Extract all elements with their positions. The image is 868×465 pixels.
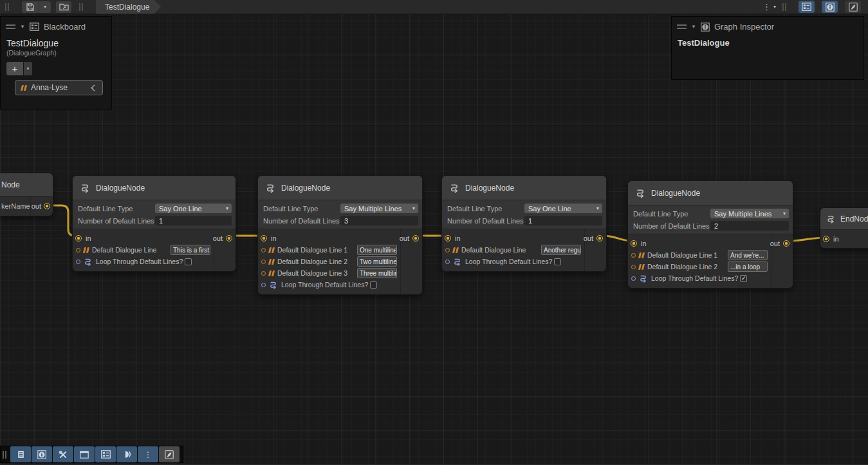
out-port[interactable] — [596, 235, 603, 242]
in-port-label: in — [86, 234, 91, 242]
bottom-toolbar: ⋮ — [0, 446, 183, 463]
open-asset-button[interactable] — [56, 1, 71, 13]
string-port[interactable] — [631, 265, 636, 269]
console-toggle-button[interactable] — [10, 446, 31, 462]
blackboard-toggle-button[interactable] — [95, 446, 116, 462]
dialogue-node-1[interactable]: DialogueNode Default Line Type Say One L… — [72, 175, 236, 272]
line-count-field[interactable]: 2 — [710, 221, 789, 231]
line-type-dropdown[interactable]: Say One Line ▾ — [524, 204, 602, 213]
tools-icon — [59, 450, 68, 459]
in-port[interactable] — [75, 235, 82, 242]
dialogue-node-3[interactable]: DialogueNode Default Line Type Say One L… — [441, 175, 607, 272]
in-port[interactable] — [445, 235, 451, 242]
blackboard-toggle-button[interactable] — [799, 1, 815, 13]
inspector-toggle-button[interactable] — [32, 446, 52, 462]
in-port[interactable] — [261, 235, 267, 242]
dialogue-line-field[interactable]: This is a first — [171, 245, 210, 255]
node-icon — [826, 214, 836, 224]
more-options-button[interactable]: ⋮ — [138, 446, 158, 462]
kebab-icon[interactable]: ⋮ — [762, 2, 771, 12]
out-port[interactable] — [783, 240, 790, 247]
out-port-label: out — [213, 234, 223, 242]
line-count-field[interactable]: 1 — [155, 216, 232, 225]
prop-label: Number of Default Lines — [78, 217, 155, 225]
inspector-drag-handle[interactable] — [677, 24, 687, 29]
save-options-button[interactable]: ▾ — [39, 1, 51, 13]
out-port[interactable] — [44, 203, 50, 209]
out-port[interactable] — [226, 235, 232, 242]
save-icon — [26, 3, 35, 12]
loop-checkbox[interactable] — [370, 281, 377, 289]
loop-checkbox[interactable] — [554, 258, 561, 265]
bool-port[interactable] — [445, 260, 450, 264]
graph-inspector-toggle-button[interactable] — [822, 1, 838, 13]
field-value: 1 — [159, 217, 163, 225]
add-property-options-button[interactable]: ▾ — [24, 62, 32, 75]
bool-port[interactable] — [76, 260, 80, 264]
dialogue-line-field[interactable]: Two multiline — [357, 256, 397, 267]
bottom-toolbar-drag-handle[interactable] — [3, 451, 6, 459]
out-port[interactable] — [412, 235, 419, 242]
in-port[interactable] — [631, 240, 637, 247]
graph-canvas[interactable]: ▾ TestDialogue ⋮ ▾ ▼ — [0, 0, 868, 465]
collapse-triangle-icon[interactable]: ▼ — [20, 24, 25, 30]
line-count-field[interactable]: 1 — [524, 216, 602, 225]
breadcrumb-tab-label: TestDialogue — [105, 3, 149, 12]
string-port[interactable] — [261, 248, 266, 252]
breadcrumb-tab[interactable]: TestDialogue — [96, 0, 161, 14]
field-value: This is a first — [173, 247, 209, 254]
dialogue-line-field[interactable]: One multiline — [357, 245, 397, 255]
chevron-down-icon[interactable]: ▾ — [773, 5, 776, 10]
quote-icon — [269, 259, 274, 265]
live-preview-toggle-button[interactable] — [845, 1, 861, 13]
top-toolbar: ▾ TestDialogue ⋮ ▾ — [0, 0, 868, 14]
dialogue-line-field[interactable]: And we're... — [728, 250, 768, 260]
dialogue-preview-toggle-button[interactable] — [116, 446, 137, 462]
save-button[interactable] — [22, 1, 39, 13]
loop-checkbox[interactable] — [185, 258, 192, 265]
dialogue-node-4[interactable]: DialogueNode Default Line Type Say Multi… — [627, 180, 793, 289]
info-icon — [701, 23, 710, 32]
string-port[interactable] — [76, 248, 80, 252]
tools-toggle-button[interactable] — [53, 446, 73, 462]
string-port[interactable] — [631, 253, 636, 258]
document-lines-icon — [17, 450, 25, 459]
bool-port[interactable] — [261, 283, 266, 287]
line-type-dropdown[interactable]: Say One Line ▾ — [155, 204, 232, 213]
dialogue-line-field[interactable]: Three multilin — [357, 268, 397, 278]
add-property-button[interactable]: + — [6, 62, 23, 75]
prop-label: Default Line Type — [263, 205, 340, 213]
speaker-node[interactable]: Node kerName out — [0, 173, 53, 216]
string-port[interactable] — [445, 248, 450, 252]
collapse-triangle-icon[interactable]: ▼ — [691, 24, 696, 30]
chevron-left-icon[interactable] — [91, 84, 98, 91]
field-value: 2 — [714, 222, 718, 230]
live-preview-button[interactable] — [159, 446, 180, 462]
dialogue-line-field[interactable]: Another regu — [541, 245, 581, 255]
window-toggle-button[interactable] — [74, 446, 95, 462]
dialogue-node-2[interactable]: DialogueNode Default Line Type Say Multi… — [257, 175, 423, 295]
bool-port[interactable] — [631, 276, 636, 281]
in-port-label: in — [833, 235, 839, 243]
string-port[interactable] — [261, 271, 266, 276]
field-value: One multiline — [360, 247, 397, 254]
in-port[interactable] — [823, 236, 829, 242]
string-port[interactable] — [261, 260, 266, 264]
feather-icon — [849, 3, 858, 12]
chevron-down-icon: ▾ — [44, 5, 46, 10]
end-node[interactable]: EndNode in — [820, 207, 868, 249]
loop-checkbox[interactable]: ✓ — [740, 275, 747, 282]
toolbar-drag-handle[interactable] — [5, 3, 9, 11]
field-value: ...in a loop — [730, 263, 760, 270]
node-icon — [79, 182, 91, 194]
line-type-dropdown[interactable]: Say Multiple Lines ▾ — [710, 209, 789, 218]
node-icon — [264, 182, 276, 194]
port-label: Loop Through Default Lines? — [465, 258, 552, 265]
line-count-field[interactable]: 3 — [340, 216, 418, 225]
line-type-dropdown[interactable]: Say Multiple Lines ▾ — [340, 204, 418, 213]
blackboard-field-anna-lyse[interactable]: Anna-Lyse — [15, 80, 103, 95]
blackboard-drag-handle[interactable] — [6, 24, 15, 29]
kebab-icon: ⋮ — [144, 450, 152, 459]
chevron-down-icon: ▾ — [783, 211, 786, 216]
dialogue-line-field[interactable]: ...in a loop — [728, 261, 768, 272]
